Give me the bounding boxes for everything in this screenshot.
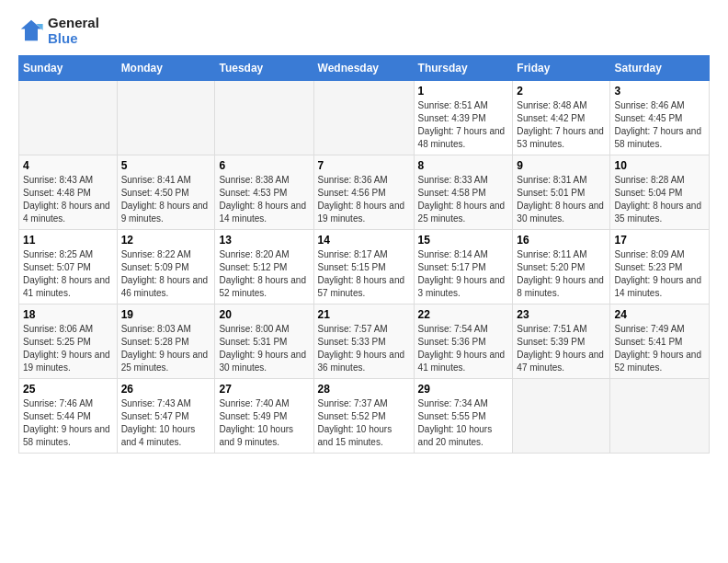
weekday-header-wednesday: Wednesday: [313, 56, 414, 81]
calendar-cell: [313, 81, 414, 155]
svg-marker-0: [21, 20, 41, 40]
day-info: Sunrise: 8:25 AM Sunset: 5:07 PM Dayligh…: [23, 248, 113, 300]
calendar-cell: [513, 379, 610, 454]
calendar-cell: 25Sunrise: 7:46 AM Sunset: 5:44 PM Dayli…: [19, 379, 118, 454]
day-number: 11: [23, 234, 113, 247]
day-info: Sunrise: 8:31 AM Sunset: 5:01 PM Dayligh…: [517, 174, 606, 225]
day-info: Sunrise: 7:40 AM Sunset: 5:49 PM Dayligh…: [219, 397, 309, 449]
day-number: 8: [418, 159, 509, 172]
calendar-cell: [610, 379, 710, 454]
weekday-header-tuesday: Tuesday: [215, 56, 313, 81]
day-number: 18: [23, 308, 113, 321]
day-number: 21: [318, 308, 410, 321]
calendar-cell: 2Sunrise: 8:48 AM Sunset: 4:42 PM Daylig…: [513, 81, 610, 155]
logo-text: General Blue: [48, 15, 99, 46]
weekday-header-thursday: Thursday: [414, 56, 513, 81]
weekday-header-monday: Monday: [117, 56, 215, 81]
day-number: 23: [517, 308, 606, 321]
calendar-cell: 28Sunrise: 7:37 AM Sunset: 5:52 PM Dayli…: [313, 379, 414, 454]
day-number: 19: [121, 308, 211, 321]
logo-icon: [18, 17, 44, 43]
calendar-cell: 8Sunrise: 8:33 AM Sunset: 4:58 PM Daylig…: [414, 155, 513, 230]
day-number: 4: [23, 159, 113, 172]
calendar-cell: 18Sunrise: 8:06 AM Sunset: 5:25 PM Dayli…: [19, 304, 118, 379]
calendar-table: SundayMondayTuesdayWednesdayThursdayFrid…: [18, 55, 710, 454]
day-info: Sunrise: 7:51 AM Sunset: 5:39 PM Dayligh…: [517, 323, 606, 374]
header: General Blue: [18, 15, 710, 46]
calendar-cell: 20Sunrise: 8:00 AM Sunset: 5:31 PM Dayli…: [215, 304, 313, 379]
day-number: 9: [517, 159, 606, 172]
logo: General Blue: [18, 15, 99, 46]
calendar-cell: 9Sunrise: 8:31 AM Sunset: 5:01 PM Daylig…: [513, 155, 610, 230]
day-info: Sunrise: 7:49 AM Sunset: 5:41 PM Dayligh…: [614, 323, 705, 374]
day-info: Sunrise: 8:38 AM Sunset: 4:53 PM Dayligh…: [219, 174, 309, 225]
calendar-cell: 14Sunrise: 8:17 AM Sunset: 5:15 PM Dayli…: [313, 230, 414, 304]
day-info: Sunrise: 8:28 AM Sunset: 5:04 PM Dayligh…: [614, 174, 705, 225]
calendar-cell: 3Sunrise: 8:46 AM Sunset: 4:45 PM Daylig…: [610, 81, 710, 155]
day-info: Sunrise: 7:34 AM Sunset: 5:55 PM Dayligh…: [418, 397, 509, 449]
day-number: 28: [318, 383, 410, 396]
calendar-cell: 10Sunrise: 8:28 AM Sunset: 5:04 PM Dayli…: [610, 155, 710, 230]
day-number: 16: [517, 234, 606, 247]
calendar-cell: 4Sunrise: 8:43 AM Sunset: 4:48 PM Daylig…: [19, 155, 118, 230]
day-number: 27: [219, 383, 309, 396]
day-number: 15: [418, 234, 509, 247]
calendar-cell: 23Sunrise: 7:51 AM Sunset: 5:39 PM Dayli…: [513, 304, 610, 379]
calendar-cell: 26Sunrise: 7:43 AM Sunset: 5:47 PM Dayli…: [117, 379, 215, 454]
day-info: Sunrise: 8:48 AM Sunset: 4:42 PM Dayligh…: [517, 99, 606, 151]
day-info: Sunrise: 7:54 AM Sunset: 5:36 PM Dayligh…: [418, 323, 509, 374]
calendar-cell: 22Sunrise: 7:54 AM Sunset: 5:36 PM Dayli…: [414, 304, 513, 379]
calendar-cell: 5Sunrise: 8:41 AM Sunset: 4:50 PM Daylig…: [117, 155, 215, 230]
day-number: 7: [318, 159, 410, 172]
calendar-cell: 12Sunrise: 8:22 AM Sunset: 5:09 PM Dayli…: [117, 230, 215, 304]
day-number: 3: [614, 85, 705, 98]
day-info: Sunrise: 8:20 AM Sunset: 5:12 PM Dayligh…: [219, 248, 309, 300]
day-number: 13: [219, 234, 309, 247]
day-number: 1: [418, 85, 509, 98]
calendar-cell: 16Sunrise: 8:11 AM Sunset: 5:20 PM Dayli…: [513, 230, 610, 304]
day-number: 29: [418, 383, 509, 396]
calendar-cell: 19Sunrise: 8:03 AM Sunset: 5:28 PM Dayli…: [117, 304, 215, 379]
calendar-cell: [215, 81, 313, 155]
day-info: Sunrise: 7:43 AM Sunset: 5:47 PM Dayligh…: [121, 397, 211, 449]
day-info: Sunrise: 8:17 AM Sunset: 5:15 PM Dayligh…: [318, 248, 410, 300]
day-info: Sunrise: 8:43 AM Sunset: 4:48 PM Dayligh…: [23, 174, 113, 225]
day-info: Sunrise: 8:36 AM Sunset: 4:56 PM Dayligh…: [318, 174, 410, 225]
day-info: Sunrise: 8:00 AM Sunset: 5:31 PM Dayligh…: [219, 323, 309, 374]
day-number: 25: [23, 383, 113, 396]
weekday-header-friday: Friday: [513, 56, 610, 81]
day-number: 26: [121, 383, 211, 396]
day-info: Sunrise: 8:06 AM Sunset: 5:25 PM Dayligh…: [23, 323, 113, 374]
day-info: Sunrise: 8:46 AM Sunset: 4:45 PM Dayligh…: [614, 99, 705, 151]
day-number: 14: [318, 234, 410, 247]
calendar-cell: 13Sunrise: 8:20 AM Sunset: 5:12 PM Dayli…: [215, 230, 313, 304]
day-info: Sunrise: 8:14 AM Sunset: 5:17 PM Dayligh…: [418, 248, 509, 300]
calendar-cell: [19, 81, 118, 155]
calendar-cell: 15Sunrise: 8:14 AM Sunset: 5:17 PM Dayli…: [414, 230, 513, 304]
calendar-cell: 1Sunrise: 8:51 AM Sunset: 4:39 PM Daylig…: [414, 81, 513, 155]
day-number: 17: [614, 234, 705, 247]
day-number: 24: [614, 308, 705, 321]
day-info: Sunrise: 8:33 AM Sunset: 4:58 PM Dayligh…: [418, 174, 509, 225]
day-number: 5: [121, 159, 211, 172]
day-number: 10: [614, 159, 705, 172]
calendar-cell: [117, 81, 215, 155]
calendar-cell: 11Sunrise: 8:25 AM Sunset: 5:07 PM Dayli…: [19, 230, 118, 304]
calendar-cell: 27Sunrise: 7:40 AM Sunset: 5:49 PM Dayli…: [215, 379, 313, 454]
calendar-cell: 21Sunrise: 7:57 AM Sunset: 5:33 PM Dayli…: [313, 304, 414, 379]
day-info: Sunrise: 7:46 AM Sunset: 5:44 PM Dayligh…: [23, 397, 113, 449]
day-info: Sunrise: 8:03 AM Sunset: 5:28 PM Dayligh…: [121, 323, 211, 374]
calendar-cell: 7Sunrise: 8:36 AM Sunset: 4:56 PM Daylig…: [313, 155, 414, 230]
day-info: Sunrise: 8:09 AM Sunset: 5:23 PM Dayligh…: [614, 248, 705, 300]
day-number: 22: [418, 308, 509, 321]
calendar-cell: 29Sunrise: 7:34 AM Sunset: 5:55 PM Dayli…: [414, 379, 513, 454]
calendar-cell: 17Sunrise: 8:09 AM Sunset: 5:23 PM Dayli…: [610, 230, 710, 304]
day-info: Sunrise: 7:57 AM Sunset: 5:33 PM Dayligh…: [318, 323, 410, 374]
weekday-header-sunday: Sunday: [19, 56, 118, 81]
weekday-header-saturday: Saturday: [610, 56, 710, 81]
calendar-cell: 24Sunrise: 7:49 AM Sunset: 5:41 PM Dayli…: [610, 304, 710, 379]
day-number: 6: [219, 159, 309, 172]
day-info: Sunrise: 8:11 AM Sunset: 5:20 PM Dayligh…: [517, 248, 606, 300]
calendar-cell: 6Sunrise: 8:38 AM Sunset: 4:53 PM Daylig…: [215, 155, 313, 230]
day-number: 20: [219, 308, 309, 321]
